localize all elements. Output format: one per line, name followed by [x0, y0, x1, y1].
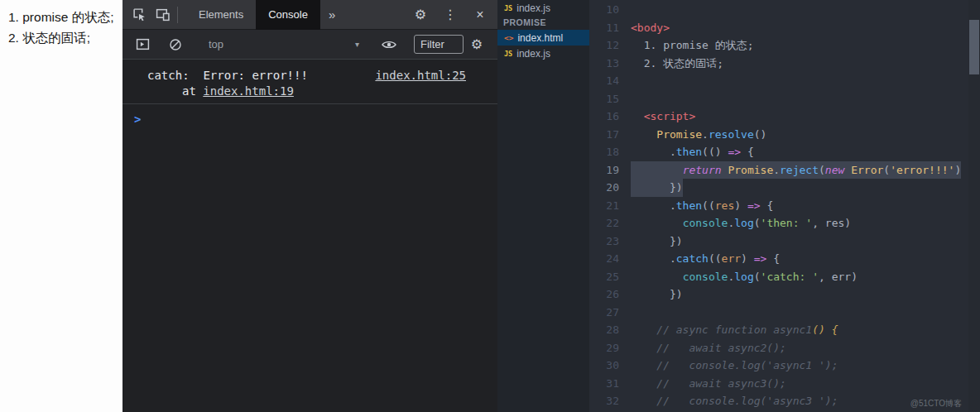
- line-number: 32: [589, 392, 619, 410]
- filter-input[interactable]: [414, 35, 464, 54]
- code-text: // await async2();: [631, 339, 786, 357]
- note-text: 1. promise 的状态; 2. 状态的固话;: [8, 7, 118, 48]
- code-line[interactable]: 29 // await async2();: [589, 339, 980, 357]
- console-sidebar-toggle-icon[interactable]: [131, 33, 154, 56]
- code-line[interactable]: 21 .then((res) => {: [589, 197, 980, 215]
- file-name: index.html: [517, 32, 563, 44]
- chevron-down-icon: ▾: [355, 40, 359, 49]
- code-editor: 1011<body>12 1. promise 的状态;13 2. 状态的固话;…: [589, 0, 980, 412]
- code-line[interactable]: 16 <script>: [589, 108, 980, 126]
- more-tabs-icon[interactable]: »: [320, 7, 343, 22]
- code-text: console.log('then: ', res): [631, 214, 851, 232]
- line-number: 17: [589, 126, 619, 144]
- line-number: 30: [589, 357, 619, 375]
- code-line[interactable]: 22 console.log('then: ', res): [589, 214, 980, 232]
- code-line[interactable]: 27: [589, 304, 980, 322]
- line-number: 20: [589, 179, 619, 197]
- console-input-row[interactable]: >: [122, 104, 497, 127]
- line-number: 25: [589, 268, 619, 286]
- code-text: console.log('catch: ', err): [631, 268, 858, 286]
- log-source-link[interactable]: index.html:25: [375, 69, 466, 82]
- file-item-js[interactable]: JS index.js: [497, 46, 589, 61]
- console-settings-gear-icon[interactable]: ⚙: [466, 36, 488, 52]
- code-text: Promise.resolve(): [631, 126, 766, 144]
- code-text: <body>: [631, 19, 670, 37]
- tab-console[interactable]: Console: [256, 0, 320, 30]
- code-text: // console.log('async1 ');: [631, 357, 838, 375]
- line-number: 24: [589, 250, 619, 268]
- code-text: .catch((err) => {: [631, 250, 780, 268]
- line-number: 27: [589, 304, 619, 322]
- line-number: 10: [589, 1, 619, 19]
- line-number: 14: [589, 72, 619, 90]
- html-file-icon: <>: [504, 33, 513, 42]
- code-text: }): [631, 179, 683, 197]
- open-editor-item[interactable]: JS index.js: [497, 0, 589, 16]
- code-line[interactable]: 19 return Promise.reject(new Error('erro…: [589, 161, 980, 180]
- file-item-html[interactable]: <> index.html: [497, 30, 589, 46]
- scrollbar-thumb[interactable]: [969, 20, 979, 74]
- line-number: 18: [589, 143, 619, 161]
- code-text: 1. promise 的状态;: [631, 36, 754, 55]
- inspect-element-icon[interactable]: [127, 3, 151, 26]
- code-line[interactable]: 24 .catch((err) => {: [589, 250, 980, 268]
- code-line[interactable]: 12 1. promise 的状态;: [589, 36, 980, 55]
- code-line[interactable]: 31 // await async3();: [589, 375, 980, 393]
- editor-lines: 1011<body>12 1. promise 的状态;13 2. 状态的固话;…: [589, 0, 980, 410]
- code-line[interactable]: 15: [589, 90, 980, 108]
- code-text: return Promise.reject(new Error('error!!…: [631, 161, 961, 180]
- devtools-panel: Elements Console » ⚙ ⋮ × top ▾: [122, 0, 497, 412]
- code-text: }): [631, 232, 683, 251]
- line-number: 11: [589, 19, 619, 37]
- note-panel: 1. promise 的状态; 2. 状态的固话;: [0, 0, 122, 412]
- line-number: 21: [589, 197, 619, 215]
- line-number: 16: [589, 108, 619, 126]
- console-toolbar: top ▾ ⚙: [122, 30, 497, 60]
- console-log-entry: catch: Error: error!!! index.html:25 at …: [122, 60, 497, 104]
- code-line[interactable]: 30 // console.log('async1 ');: [589, 357, 980, 375]
- open-editor-filename: index.js: [516, 2, 550, 14]
- code-line[interactable]: 17 Promise.resolve(): [589, 126, 980, 144]
- code-text: <script>: [631, 108, 695, 126]
- code-line[interactable]: 26 }): [589, 285, 980, 304]
- js-file-icon: JS: [504, 50, 512, 58]
- file-name: index.js: [516, 48, 550, 60]
- toolbar-divider: [177, 7, 178, 23]
- code-line[interactable]: 25 console.log('catch: ', err): [589, 268, 980, 286]
- line-number: 22: [589, 214, 619, 232]
- line-number: 19: [589, 161, 619, 180]
- line-number: 23: [589, 232, 619, 251]
- line-number: 28: [589, 321, 619, 339]
- editor-scrollbar: [968, 0, 980, 412]
- code-line[interactable]: 13 2. 状态的固话;: [589, 55, 980, 73]
- live-expression-eye-icon[interactable]: [377, 33, 401, 56]
- javascript-context-dropdown[interactable]: top ▾: [209, 38, 359, 50]
- settings-gear-icon[interactable]: ⚙: [410, 7, 431, 22]
- explorer-sidebar: JS index.js PROMISE <> index.html JS ind…: [497, 0, 589, 412]
- code-line[interactable]: 14: [589, 72, 980, 90]
- tabbar-right-actions: ⚙ ⋮ ×: [410, 7, 491, 22]
- code-text: // console.log('async3 ');: [631, 392, 838, 410]
- line-number: 12: [589, 36, 619, 55]
- code-line[interactable]: 11<body>: [589, 19, 980, 37]
- code-line[interactable]: 28 // async function async1() {: [589, 321, 980, 339]
- line-number: 26: [589, 285, 619, 304]
- stack-source-link[interactable]: index.html:19: [203, 84, 294, 98]
- kebab-menu-icon[interactable]: ⋮: [440, 7, 461, 22]
- code-text: // async function async1() {: [631, 321, 838, 339]
- screen: 1. promise 的状态; 2. 状态的固话; Elements Conso…: [0, 0, 980, 412]
- devtools-tabbar: Elements Console » ⚙ ⋮ ×: [122, 0, 497, 30]
- watermark: @51CTO博客: [910, 398, 962, 410]
- code-line[interactable]: 10: [589, 1, 980, 19]
- code-line[interactable]: 23 }): [589, 232, 980, 251]
- device-toolbar-icon[interactable]: [151, 3, 174, 26]
- context-label: top: [209, 38, 223, 50]
- folder-header[interactable]: PROMISE: [497, 16, 589, 30]
- clear-console-icon[interactable]: [164, 33, 187, 56]
- code-line[interactable]: 20 }): [589, 179, 980, 197]
- code-text: .then(() => {: [631, 143, 754, 161]
- close-devtools-icon[interactable]: ×: [469, 7, 491, 22]
- tab-elements[interactable]: Elements: [186, 0, 256, 30]
- code-line[interactable]: 18 .then(() => {: [589, 143, 980, 161]
- code-text: // await async3();: [631, 375, 786, 393]
